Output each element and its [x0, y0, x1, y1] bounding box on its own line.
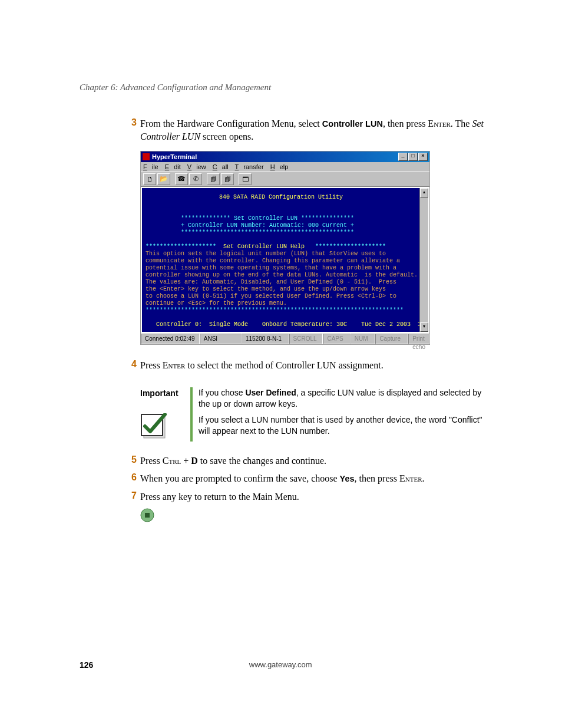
- page-number: 126: [80, 660, 93, 670]
- step-number: 6: [124, 472, 140, 485]
- status-emulation: ANSI: [200, 334, 242, 344]
- term-line: Set Controller LUN Help: [216, 243, 315, 250]
- chapter-header: Chapter 6: Advanced Configuration and Ma…: [80, 83, 491, 93]
- text: to select the method of Controller LUN a…: [185, 360, 383, 370]
- text: to save the changes and continue.: [198, 456, 326, 466]
- menubar: File Edit View Call Transfer Help: [141, 162, 429, 172]
- status-capture: Capture: [375, 334, 408, 344]
- term-line: communicate with the controller. Changin…: [146, 258, 400, 264]
- text: , then press: [383, 118, 428, 129]
- svg-rect-3: [145, 513, 150, 518]
- menu-edit[interactable]: Edit: [165, 163, 181, 170]
- terminal-viewport: ▴ ▾ 840 SATA RAID Configuration Utility …: [141, 186, 429, 333]
- ctrl-key: Ctrl: [163, 456, 181, 466]
- app-icon: [143, 153, 150, 160]
- text: Press: [140, 456, 163, 466]
- term-line: ****************************************…: [146, 307, 404, 314]
- menu-call[interactable]: Call: [213, 163, 229, 170]
- term-line: This option sets the logical unit number…: [146, 251, 386, 257]
- statusbar: Connected 0:02:49 ANSI 115200 8-N-1 SCRO…: [141, 333, 429, 344]
- scroll-down-icon[interactable]: ▾: [420, 322, 428, 332]
- step-5: 5 Press Ctrl + D to save the changes and…: [124, 454, 491, 467]
- properties-icon[interactable]: 🗔: [239, 173, 252, 185]
- term-line: to choose a LUN (0-511) if you selected …: [146, 293, 396, 299]
- step-3: 3 From the Hardware Configuration Menu, …: [124, 117, 491, 144]
- text: If you chose: [199, 388, 245, 397]
- term-line: continue or <Esc> for the previous menu.: [146, 300, 287, 307]
- enter-key: Enter: [163, 360, 186, 370]
- new-icon[interactable]: 🗋: [143, 173, 156, 185]
- term-line: ********************: [146, 243, 216, 250]
- step-6: 6 When you are prompted to confirm the s…: [124, 472, 491, 485]
- step-number: 4: [124, 359, 140, 372]
- d-key: D: [191, 456, 198, 466]
- page-footer: 126 www.gateway.com: [80, 660, 491, 670]
- step-4: 4 Press Enter to select the method of Co…: [124, 359, 491, 372]
- term-line: controller showing up on the end of the …: [146, 272, 418, 278]
- term-line: ****************************************…: [181, 229, 354, 236]
- term-line: ************** Set Controller LUN ******…: [181, 215, 354, 222]
- note-body: If you chose User Defined, a specific LU…: [199, 387, 491, 442]
- step-number: 3: [124, 117, 140, 144]
- term-header: 840 SATA RAID Configuration Utility: [219, 194, 343, 200]
- term-line: ********************: [315, 243, 386, 250]
- term-line: potential issue with some operating syst…: [146, 265, 396, 271]
- minimize-button[interactable]: _: [398, 153, 408, 161]
- text: screen opens.: [200, 131, 253, 141]
- section-end-icon: [140, 508, 491, 525]
- yes-label: Yes: [340, 474, 355, 483]
- controller-lun-label: Controller LUN: [322, 119, 383, 129]
- toolbar: 🗋 📂 ☎ ✆ 🗐 🗐 🗔: [141, 172, 429, 186]
- terminal-content: 840 SATA RAID Configuration Utility ****…: [142, 188, 420, 332]
- open-icon[interactable]: 📂: [157, 173, 170, 185]
- text: When you are prompted to confirm the sav…: [140, 473, 340, 483]
- window-title: HyperTerminal: [152, 153, 197, 160]
- menu-view[interactable]: View: [187, 163, 206, 170]
- checkmark-icon: [140, 398, 187, 440]
- step-number: 5: [124, 454, 140, 467]
- enter-key: Enter: [399, 473, 422, 483]
- step-7: 7 Press any key to return to the Main Me…: [124, 490, 491, 503]
- text: Press: [140, 360, 163, 370]
- step-number: 7: [124, 490, 140, 503]
- term-status-line: Controller 0: Single Mode Onboard Temper…: [156, 321, 420, 328]
- text: +: [181, 456, 191, 466]
- menu-help[interactable]: Help: [270, 163, 289, 170]
- menu-file[interactable]: File: [143, 163, 158, 170]
- menu-transfer[interactable]: Transfer: [235, 163, 264, 170]
- user-defined-label: User Defined: [245, 388, 296, 397]
- term-line: + Controller LUN Number: Automatic: 000 …: [181, 222, 354, 229]
- enter-key: Enter: [428, 118, 451, 129]
- status-caps: CAPS: [323, 334, 350, 344]
- status-num: NUM: [351, 334, 376, 344]
- status-scroll: SCROLL: [289, 334, 323, 344]
- step-text: Press any key to return to the Main Menu…: [140, 490, 491, 503]
- scroll-up-icon[interactable]: ▴: [420, 188, 428, 197]
- important-note: Important If you chose User Defined, a s…: [140, 387, 491, 442]
- text: , then press: [355, 473, 399, 483]
- close-button[interactable]: ×: [418, 153, 428, 161]
- step-text: Press Enter to select the method of Cont…: [140, 359, 491, 372]
- note-label: Important: [140, 387, 190, 398]
- text: .: [422, 473, 425, 483]
- hyperterminal-window: HyperTerminal _ □ × File Edit View Call …: [140, 151, 430, 345]
- status-connected: Connected 0:02:49: [141, 334, 200, 344]
- term-line: the <Enter> key to select the method, an…: [146, 286, 386, 292]
- text: . The: [451, 118, 472, 129]
- connect-icon[interactable]: ☎: [175, 173, 188, 185]
- maximize-button[interactable]: □: [408, 153, 418, 161]
- step-text: From the Hardware Configuration Menu, se…: [140, 117, 491, 144]
- send-icon[interactable]: 🗐: [207, 173, 220, 185]
- note-accent-bar: [190, 387, 193, 442]
- scrollbar[interactable]: ▴ ▾: [419, 188, 428, 332]
- status-echo: Print echo: [408, 334, 429, 344]
- titlebar: HyperTerminal _ □ ×: [141, 151, 429, 162]
- step-text: When you are prompted to confirm the sav…: [140, 472, 491, 485]
- status-baud: 115200 8-N-1: [242, 334, 289, 344]
- step-text: Press Ctrl + D to save the changes and c…: [140, 454, 491, 467]
- receive-icon[interactable]: 🗐: [221, 173, 234, 185]
- disconnect-icon[interactable]: ✆: [189, 173, 202, 185]
- text: From the Hardware Configuration Menu, se…: [140, 118, 322, 129]
- footer-url: www.gateway.com: [249, 660, 312, 670]
- term-line: The values are: Automatic, Disabled, and…: [146, 279, 396, 285]
